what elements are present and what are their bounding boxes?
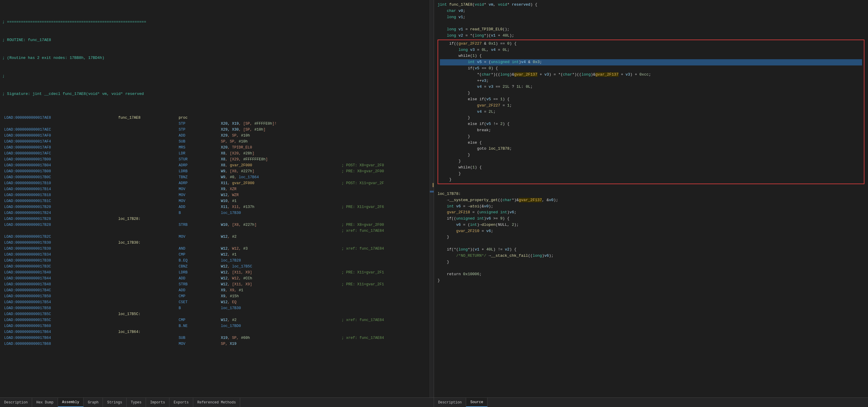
src-line: } bbox=[440, 90, 862, 96]
tab-exports[interactable]: Exports bbox=[169, 398, 193, 407]
table-row[interactable]: LOAD:0000000000017B08 LDRB W9, [X8, #227… bbox=[2, 169, 431, 175]
src-line: } bbox=[440, 115, 862, 121]
tab-strings[interactable]: Strings bbox=[103, 398, 126, 407]
src-line: gvar_2F218 = (unsigned int)v6; bbox=[438, 209, 864, 216]
tab-source[interactable]: Source bbox=[466, 398, 488, 407]
table-row[interactable]: LOAD:0000000000017B34 CMP W12, #1 bbox=[2, 252, 431, 258]
src-line: goto loc_17B78; bbox=[440, 146, 862, 152]
header-comment-2: ; ROUTINE: func_17AE8 bbox=[2, 37, 431, 43]
source-content: jint func_17AE8(void* vm, void* reserved… bbox=[434, 0, 868, 286]
table-row[interactable]: LOAD:0000000000017B1C MOV W10, #1 bbox=[2, 199, 431, 204]
src-line: else { bbox=[440, 140, 862, 146]
table-row[interactable]: LOAD:0000000000017B18 MOV W12, WZR bbox=[2, 193, 431, 199]
table-row[interactable]: LOAD:0000000000017B10 ADRP X11, gvar_2F0… bbox=[2, 181, 431, 186]
table-row[interactable]: LOAD:0000000000017AF4 SUB SP, SP, #10h bbox=[2, 139, 431, 145]
src-line: gvar_2F210 = v6; bbox=[438, 228, 864, 234]
table-row[interactable]: LOAD:0000000000017AE8 func_17AE8 proc bbox=[2, 115, 431, 121]
table-row[interactable]: LOAD:0000000000017B44 ADD W12, W12, #CCh bbox=[2, 276, 431, 282]
table-row[interactable]: LOAD:0000000000017B64 loc_17B64: bbox=[2, 329, 431, 335]
tab-assembly[interactable]: Assembly bbox=[58, 398, 84, 407]
table-row[interactable]: LOAD:0000000000017B64 SUB X19, SP, #60h … bbox=[2, 335, 431, 341]
src-line: ++v3; bbox=[440, 78, 862, 84]
assembly-content: ; ======================================… bbox=[0, 0, 434, 360]
table-row[interactable]: STP X20, X19, [SP, #FFFFE0h]! bbox=[2, 121, 431, 127]
left-panel[interactable]: ; ======================================… bbox=[0, 0, 434, 398]
tab-description-left[interactable]: Description bbox=[0, 398, 32, 407]
src-line: v4 = 2L; bbox=[440, 109, 862, 115]
table-row[interactable]: LOAD:0000000000017B14 MOV X9, XZR bbox=[2, 186, 431, 193]
table-row[interactable]: LOAD:0000000000017B3C CBNZ W12, loc_17B5… bbox=[2, 264, 431, 270]
table-row[interactable]: LOAD:0000000000017B58 B loc_17B30 bbox=[2, 306, 431, 312]
src-line: v6 = (int)→dlopen(NULL, 2); bbox=[438, 222, 864, 228]
src-line: while(1) { bbox=[440, 53, 862, 59]
src-line: /*NO_RETURN*/ →__stack_chk_fail((long)v6… bbox=[438, 253, 864, 259]
src-line: else if(v5 == 1) { bbox=[440, 96, 862, 103]
bottom-tabs-bar: Description Hex Dump Assembly Graph Stri… bbox=[0, 398, 868, 407]
table-row[interactable]: LOAD:0000000000017B4C ADD X9, X9, #1 bbox=[2, 288, 431, 294]
table-row[interactable]: LOAD:0000000000017B00 STUR X8, [X29, #FF… bbox=[2, 157, 431, 163]
tab-hexdump[interactable]: Hex Dump bbox=[32, 398, 58, 407]
src-line: } bbox=[438, 278, 864, 284]
table-row: ; xref: func_17AE84 bbox=[2, 228, 431, 234]
tab-graph[interactable]: Graph bbox=[84, 398, 103, 407]
header-comment-3: ; (Routine has 2 exit nodes: 17BB8h, 17B… bbox=[2, 55, 431, 61]
operands-cell bbox=[220, 115, 340, 121]
table-row[interactable]: LOAD:0000000000017B04 ADRP X8, gvar_2F00… bbox=[2, 163, 431, 169]
src-line: if((unsigned int)v6 >= 9) { bbox=[438, 216, 864, 222]
table-row[interactable]: LOAD:0000000000017B28 STRB W10, [X8, #22… bbox=[2, 222, 431, 228]
label-cell: func_17AE8 bbox=[117, 115, 178, 121]
table-row[interactable]: LOAD:0000000000017B60 B.NE loc_17BD0 bbox=[2, 323, 431, 329]
table-row[interactable]: LOAD:0000000000017B38 B.EQ loc_17B28 bbox=[2, 258, 431, 264]
table-row[interactable]: LOAD:0000000000017B2C MOV W12, #2 bbox=[2, 234, 431, 240]
src-line bbox=[438, 185, 864, 191]
table-row[interactable]: LOAD:0000000000017AF8 MRS X20, TPIDR_EL0 bbox=[2, 145, 431, 151]
src-line: } bbox=[440, 177, 862, 183]
src-line: if(*(long*)(v1 + 40L) != v2) { bbox=[438, 246, 864, 253]
src-line: return 0x10006; bbox=[438, 271, 864, 278]
src-line: long v3 = 0L, v4 = 0L; bbox=[440, 47, 862, 53]
left-minimap bbox=[430, 0, 434, 398]
minimap-position bbox=[430, 191, 434, 193]
src-line: →__system_property_get((char*)&gvar_2F13… bbox=[438, 197, 864, 204]
header-comment-4: ; bbox=[2, 73, 431, 79]
mnemonic-cell: proc bbox=[178, 115, 220, 121]
src-line: } bbox=[440, 171, 862, 177]
tab-imports[interactable]: Imports bbox=[146, 398, 169, 407]
main-container: ; ======================================… bbox=[0, 0, 868, 398]
table-row[interactable]: LOAD:0000000000017B30 AND W12, W12, #3 ;… bbox=[2, 246, 431, 252]
left-tabs-group: Description Hex Dump Assembly Graph Stri… bbox=[0, 398, 434, 407]
tab-description-right[interactable]: Description bbox=[434, 398, 466, 407]
table-row[interactable]: LOAD:0000000000017B30 loc_17B30: bbox=[2, 240, 431, 246]
table-row[interactable]: LOAD:0000000000017B54 CSET W12, EQ bbox=[2, 299, 431, 306]
table-row[interactable]: LOAD:0000000000017B68 MOV SP, X19 bbox=[2, 341, 431, 347]
src-line: else if(v5 != 2) { bbox=[440, 121, 862, 127]
header-comment-1: ; ======================================… bbox=[2, 19, 431, 25]
right-tabs-group: Description Source bbox=[434, 398, 868, 407]
table-row[interactable]: LOAD:0000000000017B50 CMP X9, #15h bbox=[2, 294, 431, 299]
table-row[interactable]: LOAD:0000000000017B40 LDRB W12, [X11, X9… bbox=[2, 270, 431, 276]
src-line: } bbox=[438, 234, 864, 240]
assembly-table: LOAD:0000000000017AE8 func_17AE8 proc ST… bbox=[2, 115, 431, 347]
src-line: char v0; bbox=[438, 8, 864, 14]
src-line: gvar_2F227 = 1; bbox=[440, 103, 862, 109]
src-line: break; bbox=[440, 127, 862, 134]
src-line: } bbox=[440, 158, 862, 165]
table-row[interactable]: LOAD:0000000000017AF0 ADD X29, SP, #10h bbox=[2, 133, 431, 139]
table-row[interactable]: LOAD:0000000000017AFC LDR X8, [X20, #28h… bbox=[2, 151, 431, 157]
src-line bbox=[438, 20, 864, 27]
table-row[interactable]: LOAD:0000000000017B5C loc_17B5C: bbox=[2, 312, 431, 317]
right-panel[interactable]: jint func_17AE8(void* vm, void* reserved… bbox=[434, 0, 868, 398]
table-row[interactable]: LOAD:0000000000017AEC STP X29, X30, [SP,… bbox=[2, 127, 431, 133]
table-row[interactable]: LOAD:0000000000017B28 loc_17B28: bbox=[2, 216, 431, 222]
src-line-highlighted: int v5 = (unsigned int)v4 & 0x3; bbox=[440, 59, 862, 65]
table-row[interactable]: LOAD:0000000000017B20 ADD X11, X11, #137… bbox=[2, 204, 431, 210]
src-line: int v6 = →atoi(&v0); bbox=[438, 204, 864, 210]
table-row[interactable]: LOAD:0000000000017B48 STRB W12, [X11, X9… bbox=[2, 282, 431, 288]
table-row[interactable]: LOAD:0000000000017B0C TBNZ W9, #0, loc_1… bbox=[2, 175, 431, 181]
tab-referenced-methods[interactable]: Referenced Methods bbox=[193, 398, 241, 407]
src-line: } bbox=[440, 134, 862, 140]
table-row[interactable]: LOAD:0000000000017B5C CMP W12, #2 ; xref… bbox=[2, 317, 431, 323]
table-row[interactable]: LOAD:0000000000017B24 B loc_17B30 bbox=[2, 210, 431, 216]
src-line: while(1) { bbox=[440, 165, 862, 171]
tab-types[interactable]: Types bbox=[127, 398, 146, 407]
